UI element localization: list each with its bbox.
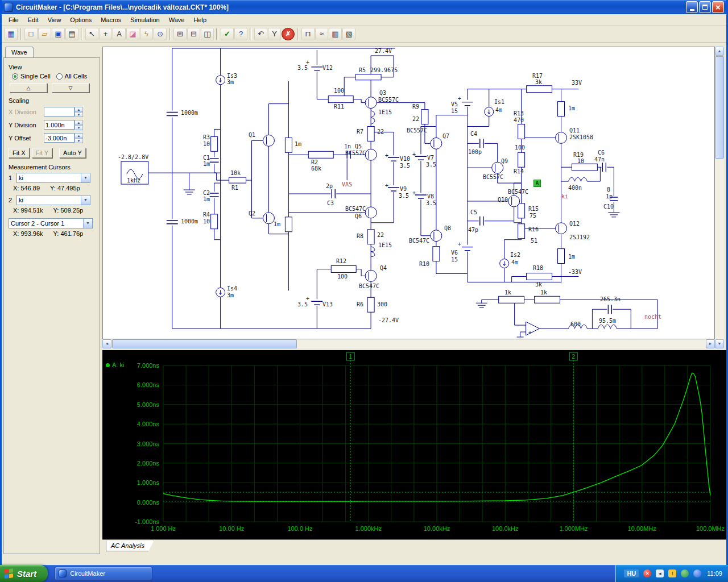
print-button[interactable]: ▤ — [65, 28, 78, 40]
y-division-label: Y Division — [9, 122, 44, 128]
chevron-down-icon[interactable]: ▼ — [81, 173, 90, 182]
radio-all-cells[interactable]: All Cells — [56, 73, 88, 80]
vertical-scrollbar[interactable]: ▲ ▼ — [715, 47, 724, 348]
scroll-up-icon[interactable]: ▲ — [715, 47, 724, 56]
schematic-label: V8 — [427, 194, 434, 199]
scope-display-button[interactable]: ▥ — [329, 28, 342, 40]
scale-up-button[interactable]: △ — [10, 83, 47, 93]
horizontal-scrollbar[interactable]: ◄ ► — [102, 339, 715, 348]
start-button[interactable]: Start — [0, 565, 48, 582]
y-offset-input[interactable] — [44, 133, 75, 143]
y-offset-spin-up[interactable]: ▲ — [75, 133, 83, 138]
restore-button[interactable] — [699, 1, 711, 13]
wye-tool-button[interactable]: Y — [268, 28, 281, 40]
y-division-spin-down[interactable]: ▼ — [75, 125, 83, 130]
taskbar-clock[interactable]: 11:09 — [707, 570, 722, 577]
menu-macros[interactable]: Macros — [96, 15, 126, 25]
fit-y-button[interactable]: Fit Y — [32, 148, 52, 158]
parts-browser-button[interactable]: ▦ — [5, 28, 18, 40]
stop-simulation-button[interactable]: ✗ — [282, 28, 295, 40]
tab-wave[interactable]: Wave — [5, 47, 34, 57]
tray-network-icon[interactable] — [681, 569, 689, 577]
x-division-spin-down[interactable]: ▼ — [75, 112, 83, 117]
delete-tool-button[interactable]: ◪ — [126, 28, 139, 40]
toolbar-button[interactable] — [297, 28, 299, 40]
auto-y-button[interactable]: Auto Y — [59, 148, 86, 158]
schematic-label: V12 — [322, 65, 333, 71]
zoom-in-button[interactable]: ⊞ — [173, 28, 187, 40]
chevron-down-icon[interactable]: ▼ — [81, 196, 90, 205]
toolbar-button[interactable] — [81, 28, 83, 40]
cursor-signal-select[interactable]: ki ▼ — [16, 173, 90, 183]
cursor-signal-select[interactable]: ki ▼ — [16, 195, 90, 205]
toolbar-button[interactable] — [250, 28, 252, 40]
chevron-down-icon[interactable]: ▼ — [83, 219, 92, 228]
toolbar-button[interactable] — [216, 28, 218, 40]
menu-options[interactable]: Options — [65, 15, 96, 25]
bode-display-button[interactable]: ▧ — [342, 28, 355, 40]
minimize-button[interactable] — [686, 1, 698, 13]
schematic-label: nocht — [644, 314, 661, 320]
schematic-label: 33V — [572, 80, 582, 86]
scroll-down-icon[interactable]: ▼ — [715, 339, 724, 348]
tray-volume-icon[interactable] — [656, 569, 664, 577]
schematic-label: R10 — [419, 261, 429, 267]
y-division-input[interactable] — [44, 120, 75, 130]
radio-single-cell[interactable]: Single Cell — [12, 73, 51, 80]
run-check-button[interactable]: ✓ — [221, 28, 234, 40]
schematic-label: R8 — [357, 234, 363, 239]
tab-ac-analysis[interactable]: AC Analysis — [106, 541, 154, 551]
menu-file[interactable]: File — [4, 15, 23, 25]
waveform-plot[interactable]: A: ki 7.000ns6.000ns5.000ns4.000ns3.000n… — [102, 350, 726, 539]
svg-text:10.00 Hz: 10.00 Hz — [219, 525, 244, 532]
tray-app-icon[interactable] — [693, 569, 701, 577]
scroll-right-icon[interactable]: ► — [706, 339, 715, 348]
toolbar-button[interactable] — [20, 28, 22, 40]
analog-display-button[interactable]: ≈ — [315, 28, 328, 40]
y-division-spin-up[interactable]: ▲ — [75, 120, 83, 125]
scroll-left-icon[interactable]: ◄ — [102, 339, 111, 348]
menu-wave[interactable]: Wave — [164, 15, 189, 25]
x-division-spin-up[interactable]: ▲ — [75, 107, 83, 112]
vertical-scroll-thumb[interactable] — [715, 56, 724, 159]
tray-security-icon[interactable] — [643, 569, 651, 577]
zoom-out-button[interactable]: ⊟ — [187, 28, 200, 40]
tray-update-icon[interactable] — [668, 569, 676, 577]
schematic-label: R18 — [533, 265, 543, 271]
schematic-label: R9 — [412, 104, 419, 110]
undo-button[interactable]: ↶ — [254, 28, 267, 40]
menu-simulation[interactable]: Simulation — [126, 15, 164, 25]
fit-window-button[interactable]: ◫ — [201, 28, 214, 40]
schematic-label: 1m — [295, 142, 301, 147]
y-offset-spin-down[interactable]: ▼ — [75, 138, 83, 143]
titlebar[interactable]: CircuitMaker - [C:\Program Files\...\nyo… — [2, 0, 726, 14]
digital-display-button[interactable]: ⊓ — [301, 28, 315, 40]
schematic-label: -27.4V — [378, 318, 399, 323]
schematic-label: V7 — [427, 155, 434, 161]
schematic-label: 8 — [607, 187, 610, 193]
menu-help[interactable]: Help — [189, 15, 211, 25]
wire-tool-button[interactable]: + — [99, 28, 112, 40]
language-indicator[interactable]: HU — [624, 569, 639, 577]
fit-x-button[interactable]: Fit X — [9, 148, 30, 158]
horizontal-scroll-thumb[interactable] — [112, 339, 297, 348]
taskbar-app-circuitmaker[interactable]: CircuitMaker — [55, 567, 152, 580]
text-tool-button[interactable]: A — [113, 28, 126, 40]
schematic-canvas[interactable]: 27.4VR5299.9675+3.5V12Is33m100R11Q3BC557… — [102, 47, 715, 339]
menu-edit[interactable]: Edit — [23, 15, 43, 25]
app-window: CircuitMaker - [C:\Program Files\...\nyo… — [0, 0, 728, 565]
menu-view[interactable]: View — [43, 15, 66, 25]
open-file-button[interactable]: ▱ — [38, 28, 51, 40]
x-division-input[interactable] — [44, 107, 75, 117]
probe-tool-button[interactable]: ϟ — [140, 28, 153, 40]
toolbar-button[interactable] — [169, 28, 171, 40]
close-button[interactable] — [712, 1, 724, 13]
save-file-button[interactable]: ▣ — [52, 28, 65, 40]
cursor-diff-select[interactable]: Cursor 2 - Cursor 1 ▼ — [9, 218, 93, 228]
zoom-tool-button[interactable]: ⊙ — [154, 28, 167, 40]
help-button[interactable]: ? — [234, 28, 247, 40]
scale-down-button[interactable]: ▽ — [52, 83, 89, 93]
schematic-label: 100 — [337, 274, 348, 280]
arrow-tool-button[interactable]: ↖ — [85, 28, 98, 40]
new-file-button[interactable]: □ — [24, 28, 38, 40]
